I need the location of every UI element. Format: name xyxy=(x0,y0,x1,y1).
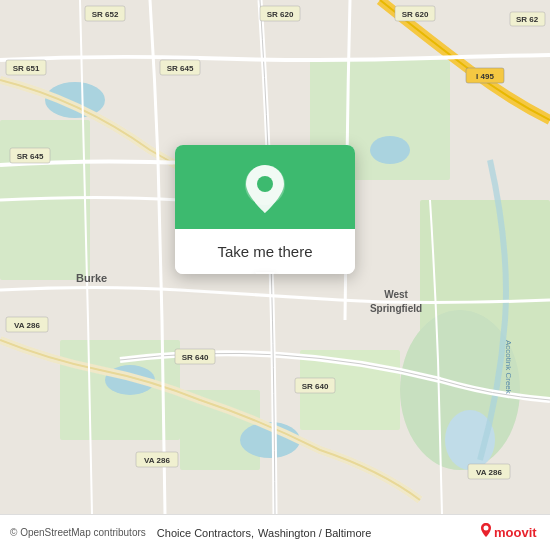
svg-text:I 495: I 495 xyxy=(476,72,494,81)
map-container: SR 652 SR 620 SR 620 SR 62 SR 651 SR 645… xyxy=(0,0,550,550)
popup-arrow xyxy=(255,272,275,274)
attribution-text: © OpenStreetMap contributors xyxy=(10,527,146,538)
svg-text:moovit: moovit xyxy=(494,525,537,540)
svg-text:SR 620: SR 620 xyxy=(402,10,429,19)
svg-text:SR 651: SR 651 xyxy=(13,64,40,73)
svg-text:West: West xyxy=(384,289,408,300)
svg-point-45 xyxy=(484,525,489,530)
svg-point-44 xyxy=(257,176,273,192)
svg-text:SR 640: SR 640 xyxy=(302,382,329,391)
popup-header xyxy=(175,145,355,229)
location-pin-icon xyxy=(243,163,287,215)
location-title: Choice Contractors, xyxy=(157,527,254,539)
svg-text:SR 62: SR 62 xyxy=(516,15,539,24)
svg-text:VA 286: VA 286 xyxy=(14,321,40,330)
svg-text:VA 286: VA 286 xyxy=(144,456,170,465)
attribution-section: © OpenStreetMap contributors Choice Cont… xyxy=(10,527,371,539)
moovit-logo: moovit xyxy=(480,521,540,545)
svg-text:SR 645: SR 645 xyxy=(167,64,194,73)
svg-text:Burke: Burke xyxy=(76,272,107,284)
location-popup: Take me there xyxy=(175,145,355,274)
svg-point-9 xyxy=(370,136,410,164)
svg-text:SR 640: SR 640 xyxy=(182,353,209,362)
take-me-there-button[interactable]: Take me there xyxy=(175,229,355,274)
svg-text:SR 645: SR 645 xyxy=(17,152,44,161)
svg-text:SR 620: SR 620 xyxy=(267,10,294,19)
svg-text:VA 286: VA 286 xyxy=(476,468,502,477)
svg-text:Springfield: Springfield xyxy=(370,303,422,314)
moovit-logo-svg: moovit xyxy=(480,521,540,545)
bottom-bar: © OpenStreetMap contributors Choice Cont… xyxy=(0,514,550,550)
svg-text:Accotink Creek: Accotink Creek xyxy=(504,340,513,395)
svg-text:SR 652: SR 652 xyxy=(92,10,119,19)
location-subtitle: Washington / Baltimore xyxy=(258,527,371,539)
